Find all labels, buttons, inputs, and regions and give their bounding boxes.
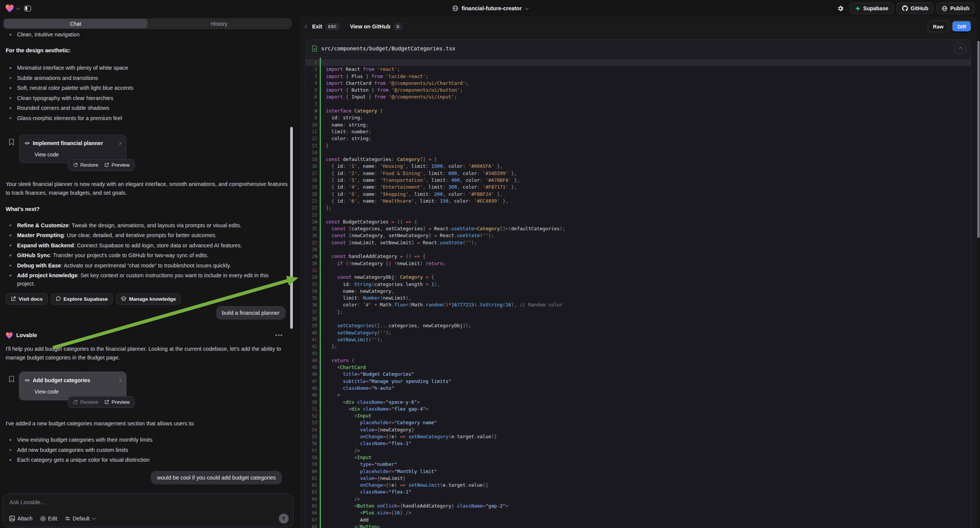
toggle-sidebar-button[interactable] xyxy=(22,3,33,14)
explore-supabase-button[interactable]: Explore Supabase xyxy=(51,293,113,305)
code-line: 11 limit: number; xyxy=(306,129,970,135)
code-line: 48 className="h-auto" xyxy=(306,385,970,392)
send-button[interactable] xyxy=(279,514,289,523)
line-number: 38 xyxy=(306,315,317,322)
list-item: Subtle animations and transitions xyxy=(6,74,288,82)
next-steps-list: Refine & Customize: Tweak the design, an… xyxy=(6,221,288,288)
line-number: 44 xyxy=(306,357,317,364)
code-line: 22]; xyxy=(306,205,970,212)
chat-scrollbar[interactable] xyxy=(290,127,293,329)
assistant-text: I'll help you add budget categories to t… xyxy=(6,345,287,362)
supabase-button[interactable]: Supabase xyxy=(850,3,894,14)
assistant-header: Lovable ••• xyxy=(6,331,287,340)
message-menu-button[interactable]: ••• xyxy=(275,331,283,340)
code-line: 56 className="flex-1" xyxy=(306,440,970,447)
code-line: 64 /> xyxy=(306,496,970,503)
arrow-up-icon xyxy=(282,516,286,521)
code-line: 60 placeholder="Monthly limit" xyxy=(306,468,970,475)
globe-icon xyxy=(942,6,947,11)
code-line: 12 color: string; xyxy=(306,135,970,142)
g-kbd-chip: G xyxy=(394,24,402,30)
file-path: src/components/budget/BudgetCategories.t… xyxy=(321,45,455,51)
code-line: 24∨const BudgetCategories = () => { xyxy=(306,219,970,225)
line-number: 41 xyxy=(306,336,317,343)
line-number: 14 xyxy=(306,149,317,156)
version-card-title: Implement financial planner xyxy=(33,139,103,148)
view-code-link[interactable]: View code xyxy=(25,388,121,396)
restore-button[interactable]: Restore xyxy=(73,398,98,406)
view-code-link[interactable]: View code xyxy=(25,150,121,159)
gear-icon xyxy=(837,5,844,12)
line-number: 61 xyxy=(306,475,317,482)
line-number: 49 xyxy=(306,392,317,398)
code-line: 55 onChange={(e) => setNewCategory(e.tar… xyxy=(306,433,970,440)
line-number: 4 xyxy=(306,80,317,87)
tab-chat[interactable]: Chat xyxy=(4,19,147,29)
code-line: 3import { Plus } from 'lucide-react'; xyxy=(306,73,970,80)
external-link-icon xyxy=(11,296,16,302)
github-button[interactable]: GitHub xyxy=(897,3,934,14)
edit-button[interactable]: Edit xyxy=(40,515,57,522)
code-line: 36 color: '#' + Math.floor(Math.random()… xyxy=(306,302,970,308)
visit-docs-button[interactable]: Visit docs xyxy=(6,293,48,305)
bookmark-icon[interactable] xyxy=(9,376,14,383)
code-scrollbar[interactable] xyxy=(977,41,980,238)
line-number: 37 xyxy=(306,309,317,315)
fold-chevron-icon[interactable]: ∨ xyxy=(315,219,317,225)
fold-chevron-icon[interactable]: ∨ xyxy=(315,108,317,115)
code-view-header: Exit ESC View on GitHub G Raw Diff xyxy=(300,17,977,37)
tab-history[interactable]: History xyxy=(147,19,291,29)
code-line: 9 id: string; xyxy=(306,115,970,121)
line-number: 10 xyxy=(306,122,317,129)
line-number: 12 xyxy=(306,135,317,142)
fold-chevron-icon[interactable]: ∨ xyxy=(315,274,317,281)
chevron-right-icon xyxy=(118,141,122,145)
code-line: 62 onChange={(e) => setNewLimit(e.target… xyxy=(306,482,970,488)
version-actions: Restore Preview xyxy=(68,159,135,171)
supabase-icon xyxy=(855,6,861,11)
fold-chevron-icon[interactable]: ∨ xyxy=(315,156,317,163)
code-line: 50 <div className="space-y-6"> xyxy=(306,399,970,406)
code-line: 14 xyxy=(306,149,970,156)
chevron-up-icon xyxy=(958,47,962,51)
line-number: 13 xyxy=(306,142,317,149)
view-on-github-button[interactable]: View on GitHub G xyxy=(350,24,402,30)
attach-button[interactable]: Attach xyxy=(9,515,33,522)
line-number: 54 xyxy=(306,426,317,433)
line-number: 7 xyxy=(306,101,317,108)
code-line: 34 name: newCategory, xyxy=(306,288,970,295)
version-card-implement-financial-planner[interactable]: <> Implement financial planner View code… xyxy=(19,134,127,163)
line-number: 40 xyxy=(306,329,317,336)
code-line: 49 > xyxy=(306,392,970,398)
settings-button[interactable] xyxy=(835,3,846,14)
assistant-name: Lovable xyxy=(16,331,37,340)
project-switcher[interactable]: financial-future-creator xyxy=(452,0,528,17)
fold-chevron-icon[interactable]: ∨ xyxy=(315,253,317,260)
restore-icon xyxy=(73,162,78,167)
code-line: 41 setNewLimit(''); xyxy=(306,336,970,343)
code-line: 51 <div className="flex gap-4"> xyxy=(306,406,970,412)
graduation-cap-icon xyxy=(121,296,127,302)
external-link-icon xyxy=(104,399,109,404)
composer-input[interactable]: Ask Lovable... xyxy=(10,499,45,505)
line-number: 68 xyxy=(306,523,317,528)
code-line: 17 { id: '2', name: 'Food & Dining', lim… xyxy=(306,170,970,177)
exit-button[interactable]: Exit ESC xyxy=(305,24,339,30)
file-header[interactable]: src/components/budget/BudgetCategories.t… xyxy=(306,40,970,57)
version-card-add-budget-categories[interactable]: <> Add budget categories View code Resto… xyxy=(19,372,127,400)
code-line: 2import React from 'react'; xyxy=(306,66,970,73)
preview-button[interactable]: Preview xyxy=(104,161,130,169)
raw-toggle-button[interactable]: Raw xyxy=(928,21,949,32)
lovable-logo-menu[interactable] xyxy=(5,5,19,13)
list-item: Master Prompting: Use clear, detailed, a… xyxy=(6,231,288,239)
chevron-down-icon xyxy=(92,516,96,520)
diff-toggle-button[interactable]: Diff xyxy=(952,21,972,32)
code-line: 20 { id: '5', name: 'Shopping', limit: 2… xyxy=(306,191,970,198)
preview-button[interactable]: Preview xyxy=(104,398,130,406)
bookmark-icon[interactable] xyxy=(9,138,14,145)
mode-select[interactable]: Default xyxy=(65,515,94,522)
restore-button[interactable]: Restore xyxy=(73,161,98,169)
publish-button[interactable]: Publish xyxy=(936,3,975,14)
collapse-file-button[interactable] xyxy=(955,43,966,54)
manage-knowledge-button[interactable]: Manage knowledge xyxy=(116,293,181,305)
